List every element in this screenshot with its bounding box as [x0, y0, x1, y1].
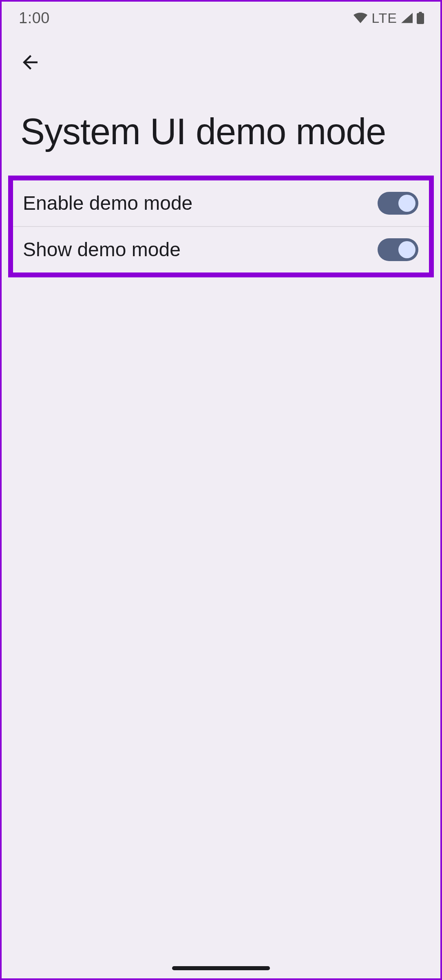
switch-thumb	[398, 195, 415, 212]
title-block: System UI demo mode	[2, 91, 440, 176]
svg-rect-1	[419, 12, 422, 14]
highlighted-settings-group: Enable demo mode Show demo mode	[8, 176, 434, 277]
network-type-label: LTE	[371, 10, 397, 26]
setting-row-show-demo-mode[interactable]: Show demo mode	[13, 226, 429, 272]
status-bar: 1:00 LTE	[2, 2, 440, 34]
switch-thumb	[398, 241, 415, 258]
arrow-back-icon	[19, 51, 41, 75]
setting-label: Show demo mode	[23, 238, 181, 261]
setting-label: Enable demo mode	[23, 192, 192, 214]
battery-icon	[417, 12, 424, 24]
cellular-signal-icon	[401, 13, 413, 23]
app-bar	[2, 34, 440, 91]
toggle-show-demo-mode[interactable]	[378, 238, 418, 261]
toggle-enable-demo-mode[interactable]	[378, 192, 418, 215]
status-icons: LTE	[354, 10, 424, 26]
page-title: System UI demo mode	[20, 112, 422, 151]
wifi-icon	[354, 13, 367, 23]
gesture-nav-handle[interactable]	[172, 966, 270, 970]
svg-rect-0	[417, 13, 424, 24]
back-button[interactable]	[14, 46, 46, 79]
status-time: 1:00	[19, 9, 50, 27]
setting-row-enable-demo-mode[interactable]: Enable demo mode	[13, 180, 429, 226]
